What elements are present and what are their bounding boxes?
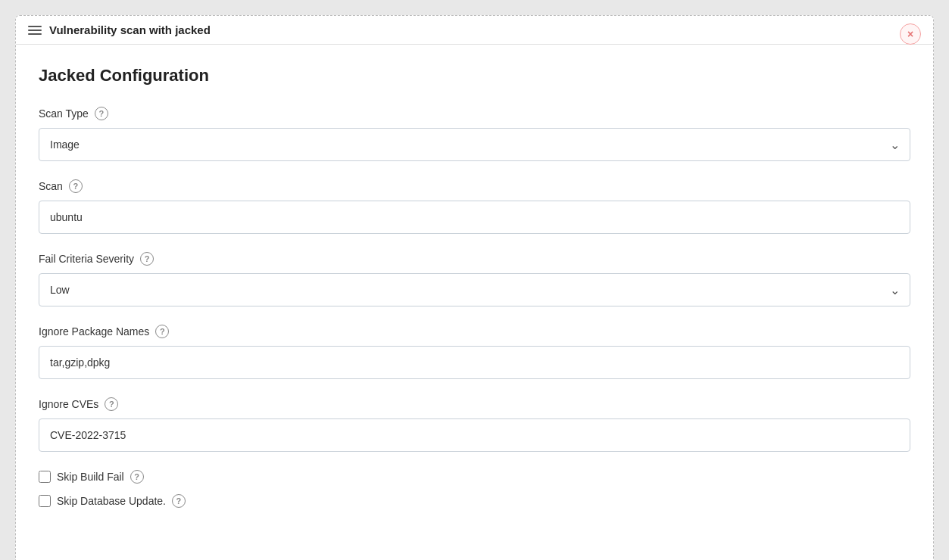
fail-criteria-select-wrapper: Low Medium High Critical ⌄ (39, 273, 910, 306)
main-window: Vulnerability scan with jacked × Jacked … (15, 15, 934, 560)
skip-build-fail-help-icon[interactable]: ? (130, 470, 144, 484)
scan-help-icon[interactable]: ? (69, 179, 83, 193)
scan-input[interactable] (39, 201, 910, 234)
scan-label-row: Scan ? (39, 179, 910, 193)
skip-build-fail-label: Skip Build Fail (57, 471, 124, 483)
fail-criteria-help-icon[interactable]: ? (140, 252, 154, 266)
scan-type-select[interactable]: Image Directory File (39, 128, 910, 161)
ignore-package-names-help-icon[interactable]: ? (155, 325, 169, 338)
page-title: Jacked Configuration (39, 66, 910, 86)
scan-type-select-wrapper: Image Directory File ⌄ (39, 128, 910, 161)
skip-build-fail-group: Skip Build Fail ? (39, 470, 910, 484)
skip-database-update-label: Skip Database Update. (57, 495, 166, 507)
skip-database-update-group: Skip Database Update. ? (39, 494, 910, 508)
skip-build-fail-checkbox[interactable] (39, 471, 51, 483)
hamburger-icon[interactable] (28, 26, 42, 35)
ignore-package-names-group: Ignore Package Names ? (39, 325, 910, 379)
titlebar: Vulnerability scan with jacked × (16, 16, 933, 45)
ignore-cves-label: Ignore CVEs (39, 398, 98, 410)
close-button[interactable]: × (900, 23, 921, 45)
fail-criteria-select[interactable]: Low Medium High Critical (39, 273, 910, 306)
window-title: Vulnerability scan with jacked (49, 23, 211, 36)
skip-database-update-help-icon[interactable]: ? (172, 494, 186, 508)
fail-criteria-label: Fail Criteria Severity (39, 253, 134, 265)
scan-group: Scan ? (39, 179, 910, 234)
scan-label: Scan (39, 180, 63, 192)
scan-type-help-icon[interactable]: ? (95, 107, 108, 120)
scan-type-label: Scan Type (39, 107, 89, 120)
ignore-package-names-label: Ignore Package Names (39, 325, 149, 338)
skip-database-update-checkbox[interactable] (39, 495, 51, 507)
fail-criteria-label-row: Fail Criteria Severity ? (39, 252, 910, 266)
scan-type-group: Scan Type ? Image Directory File ⌄ (39, 107, 910, 161)
fail-criteria-group: Fail Criteria Severity ? Low Medium High… (39, 252, 910, 306)
ignore-package-names-input[interactable] (39, 346, 910, 379)
scan-type-label-row: Scan Type ? (39, 107, 910, 120)
ignore-cves-help-icon[interactable]: ? (105, 397, 118, 411)
ignore-cves-input[interactable] (39, 418, 910, 452)
ignore-cves-label-row: Ignore CVEs ? (39, 397, 910, 411)
ignore-package-names-label-row: Ignore Package Names ? (39, 325, 910, 338)
form-content: Jacked Configuration Scan Type ? Image D… (16, 45, 933, 560)
ignore-cves-group: Ignore CVEs ? (39, 397, 910, 452)
